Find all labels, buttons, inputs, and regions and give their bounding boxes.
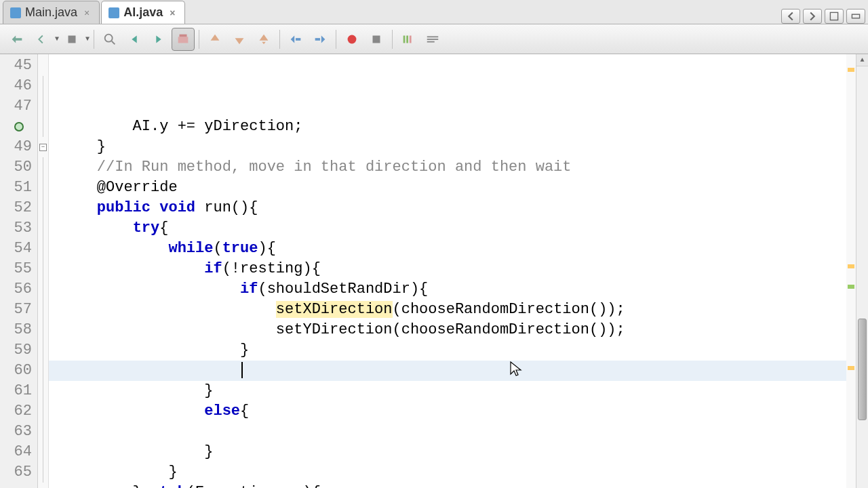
fold-marker (38, 76, 48, 96)
code-line[interactable]: if(shouldSetRandDir){ (49, 279, 846, 300)
fold-marker (38, 340, 48, 361)
line-number: 58 (0, 320, 37, 340)
code-line[interactable] (49, 361, 846, 381)
svg-rect-13 (427, 36, 439, 37)
last-edit-btn[interactable] (5, 28, 28, 51)
code-line[interactable]: public void run(){ (49, 198, 846, 218)
vertical-scrollbar[interactable]: ▲ (856, 54, 868, 488)
close-icon[interactable]: × (81, 7, 92, 18)
code-line[interactable]: while(true){ (49, 239, 846, 259)
line-number: 50 (0, 157, 37, 178)
code-line[interactable] (49, 422, 846, 442)
tab-main-java[interactable]: Main.java × (3, 1, 100, 24)
line-number: 54 (0, 239, 37, 259)
dropdown-icon[interactable]: ▼ (85, 35, 90, 43)
fold-marker (38, 117, 48, 137)
separator (199, 30, 199, 49)
shift-left-btn[interactable] (284, 28, 307, 51)
line-number (0, 117, 37, 137)
scroll-thumb[interactable] (858, 319, 867, 420)
scroll-left-btn[interactable] (781, 9, 800, 24)
line-number: 56 (0, 279, 37, 300)
error-stripe-marker[interactable] (848, 366, 854, 370)
scroll-up-icon[interactable]: ▲ (856, 54, 868, 66)
line-number: 59 (0, 340, 37, 361)
code-line[interactable]: setYDirection(chooseRandomDirection()); (49, 320, 846, 340)
fold-marker[interactable]: − (38, 137, 48, 157)
code-line[interactable]: } (49, 442, 846, 462)
line-number: 65 (0, 462, 37, 483)
prev-occurrence-btn[interactable] (123, 28, 146, 51)
svg-rect-2 (68, 35, 76, 43)
separator (392, 30, 393, 49)
line-number: 45 (0, 56, 37, 76)
separator (94, 30, 94, 49)
fold-marker (38, 300, 48, 320)
code-line[interactable]: } (49, 462, 846, 483)
svg-rect-14 (427, 39, 439, 40)
dropdown-icon[interactable]: ▼ (54, 35, 59, 43)
comment-btn[interactable] (397, 28, 420, 51)
code-line[interactable]: }catch(Exception ex){ (49, 483, 846, 488)
error-stripe[interactable] (846, 54, 856, 488)
svg-rect-9 (373, 35, 380, 43)
fold-gutter: − (38, 54, 49, 488)
minimize-btn[interactable] (846, 9, 865, 24)
find-btn[interactable] (98, 28, 121, 51)
line-number: 52 (0, 198, 37, 218)
java-file-icon (10, 7, 21, 18)
fold-marker (38, 218, 48, 239)
scroll-right-btn[interactable] (803, 9, 822, 24)
nav-back-btn[interactable] (30, 28, 53, 51)
uncomment-btn[interactable] (421, 28, 444, 51)
separator (336, 30, 336, 49)
start-macro-btn[interactable] (340, 28, 363, 51)
code-line[interactable]: AI.y += yDirection; (49, 117, 846, 137)
error-stripe-marker[interactable] (848, 285, 854, 289)
toggle-bookmark-btn[interactable] (252, 28, 275, 51)
svg-rect-11 (406, 35, 408, 43)
code-line[interactable]: else{ (49, 401, 846, 422)
fold-marker (38, 259, 48, 279)
svg-rect-15 (427, 41, 435, 42)
prev-bookmark-btn[interactable] (203, 28, 226, 51)
next-bookmark-btn[interactable] (228, 28, 251, 51)
nav-fwd-btn[interactable] (60, 28, 83, 51)
svg-rect-12 (410, 35, 412, 43)
fold-marker (38, 96, 48, 117)
code-area[interactable]: AI.y += yDirection; } //In Run method, m… (49, 54, 846, 488)
code-line[interactable]: //In Run method, move in that direction … (49, 157, 846, 178)
svg-rect-6 (296, 38, 300, 41)
code-line[interactable]: @Override (49, 178, 846, 198)
close-icon[interactable]: × (167, 7, 178, 18)
line-number: 57 (0, 300, 37, 320)
toggle-highlight-btn[interactable] (172, 28, 195, 51)
window-controls (781, 9, 868, 24)
code-line[interactable]: } (49, 340, 846, 361)
code-line[interactable]: setXDirection(chooseRandomDirection()); (49, 300, 846, 320)
line-number: 64 (0, 442, 37, 462)
line-number: 53 (0, 218, 37, 239)
line-number: 46 (0, 76, 37, 96)
svg-rect-0 (830, 12, 837, 20)
maximize-btn[interactable] (825, 9, 844, 24)
code-line[interactable]: } (49, 381, 846, 401)
fold-marker (38, 462, 48, 483)
tab-label: AI.java (123, 5, 163, 20)
fold-marker (38, 320, 48, 340)
error-stripe-marker[interactable] (848, 264, 854, 268)
next-occurrence-btn[interactable] (147, 28, 170, 51)
tab-ai-java[interactable]: AI.java × (101, 1, 185, 24)
svg-rect-1 (852, 14, 859, 18)
line-number: 55 (0, 259, 37, 279)
error-stripe-marker[interactable] (848, 68, 854, 72)
svg-point-8 (348, 35, 357, 43)
code-line[interactable]: try{ (49, 218, 846, 239)
fold-marker (38, 198, 48, 218)
shift-right-btn[interactable] (309, 28, 332, 51)
fold-marker (38, 157, 48, 178)
code-line[interactable]: if(!resting){ (49, 259, 846, 279)
stop-macro-btn[interactable] (365, 28, 388, 51)
code-line[interactable]: } (49, 137, 846, 157)
line-number: 49 (0, 137, 37, 157)
